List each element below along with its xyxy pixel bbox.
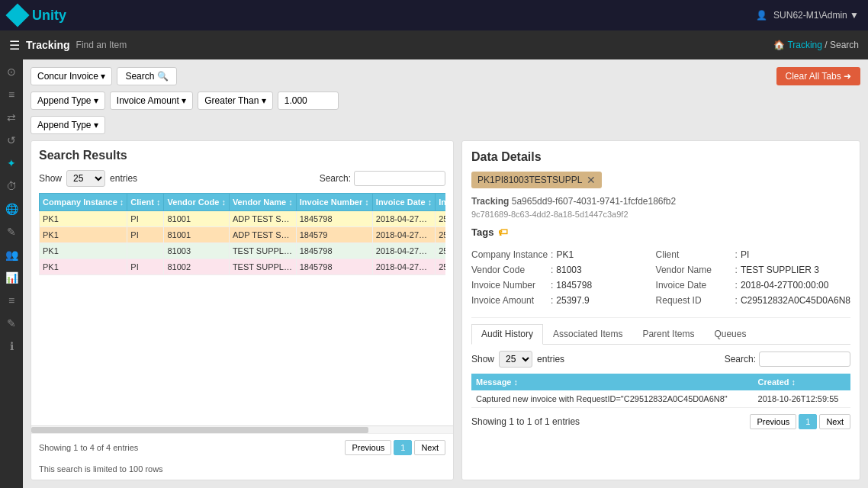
logo-text: Unity — [32, 8, 66, 24]
sidebar-users-icon[interactable]: 👥 — [5, 249, 18, 261]
sidebar-info-icon[interactable]: ℹ — [10, 340, 14, 352]
col-created[interactable]: Created ↕ — [754, 374, 850, 390]
tab-queues[interactable]: Queues — [704, 324, 756, 344]
show-label: Show — [39, 173, 62, 184]
sidebar-edit-icon[interactable]: ✎ — [7, 226, 16, 238]
user-menu[interactable]: 👤 SUN62-M1\Admin ▼ — [756, 10, 859, 21]
cell-invoice-date: 2018-04-27T00:00:00 — [372, 211, 435, 227]
logo-diamond — [5, 3, 29, 27]
cell-vendor-code: 81002 — [164, 259, 229, 275]
cell-invoice-number: 1845798 — [296, 211, 372, 227]
col-invoice-amt[interactable]: Invoice Amount ↕ — [436, 194, 445, 211]
cell-invoice-amount: 25397.9 — [436, 243, 445, 259]
next-button[interactable]: Next — [414, 440, 445, 455]
table-search-input[interactable] — [354, 171, 445, 186]
show-entries-row: Show 25 10 50 100 entries Search: — [39, 170, 445, 187]
breadcrumb: 🏠 Tracking / Search — [773, 40, 859, 50]
audit-next-button[interactable]: Next — [819, 414, 850, 429]
sidebar: ⊙ ≡ ⇄ ↺ ✦ ⏱ 🌐 ✎ 👥 📊 ≡ ✎ ℹ — [0, 59, 23, 488]
sidebar-globe-icon[interactable]: 🌐 — [5, 203, 18, 215]
clear-all-tabs-button[interactable]: Clear All Tabs ➜ — [776, 67, 860, 85]
details-grid: Company Instance : PK1 Vendor Code : 810… — [471, 247, 850, 308]
audit-show-row: Show 25 10 50 entries Search: — [471, 351, 850, 368]
filter-value-input[interactable] — [278, 92, 339, 110]
audit-message: Captured new invoice with RequestID="C29… — [471, 390, 754, 408]
right-panel: Data Details PK1PI81003TESTSUPPL ✕ Track… — [461, 140, 860, 480]
limit-note: This search is limited to 100 rows — [31, 461, 453, 480]
tab-associated-items[interactable]: Associated Items — [543, 324, 632, 344]
append-type-dropdown-1[interactable]: Append Type ▾ — [31, 92, 105, 110]
audit-prev-button[interactable]: Previous — [750, 414, 796, 429]
entries-label: entries — [110, 173, 137, 184]
tracking-subtitle: Find an Item — [76, 40, 127, 50]
data-details-title: Data Details — [471, 150, 850, 164]
main-content: Concur Invoice ▾ Search 🔍 Clear All Tabs… — [23, 59, 868, 488]
user-icon: 👤 — [756, 10, 767, 21]
entries-select[interactable]: 25 10 50 100 — [66, 170, 105, 187]
tracking-label: Tracking — [471, 196, 509, 207]
toolbar: Concur Invoice ▾ Search 🔍 Clear All Tabs… — [31, 67, 860, 85]
audit-entries-select[interactable]: 25 10 50 — [499, 351, 532, 368]
col-message[interactable]: Message ↕ — [471, 374, 754, 390]
append-type-dropdown-2[interactable]: Append Type ▾ — [31, 116, 105, 134]
filter-row-2: Append Type ▾ — [31, 116, 860, 134]
breadcrumb-tracking[interactable]: Tracking — [787, 40, 822, 50]
tracking-uuid2: 9c781689-8c63-4dd2-8a18-5d1447c3a9f2 — [471, 210, 850, 219]
cell-invoice-number: 1845798 — [296, 243, 372, 259]
concur-invoice-dropdown[interactable]: Concur Invoice ▾ — [31, 67, 112, 85]
audit-search-input[interactable] — [759, 352, 850, 367]
search-button[interactable]: Search 🔍 — [117, 67, 176, 85]
sidebar-pen-icon[interactable]: ✎ — [7, 317, 16, 329]
audit-page-1-button[interactable]: 1 — [799, 414, 817, 429]
audit-search-label: Search: — [725, 354, 756, 364]
tab-parent-items[interactable]: Parent Items — [632, 324, 704, 344]
sidebar-transfer-icon[interactable]: ⇄ — [7, 111, 16, 124]
sidebar-home-icon[interactable]: ⊙ — [7, 66, 16, 78]
sidebar-chart-icon[interactable]: 📊 — [5, 271, 18, 284]
panels: Search Results Show 25 10 50 100 entries — [31, 140, 860, 480]
col-company[interactable]: Company Instance ↕ — [40, 194, 127, 211]
table-row[interactable]: PK1 81003 TEST SUPPLIER 3 1845798 2018-0… — [40, 243, 446, 259]
greater-than-dropdown[interactable]: Greater Than ▾ — [198, 92, 272, 110]
search-label: Search: — [320, 173, 351, 184]
col-invoice-date[interactable]: Invoice Date ↕ — [372, 194, 435, 211]
table-row[interactable]: PK1 PI 81002 TEST SUPPLIER 2 1845798 201… — [40, 259, 446, 275]
audit-showing-text: Showing 1 to 1 of 1 entries — [471, 416, 580, 427]
tracking-uuid1: 5a965dd9-f607-4031-9741-1fcfde186fb2 — [512, 196, 677, 207]
sidebar-settings-icon[interactable]: ≡ — [8, 294, 14, 307]
tag-icon: 🏷 — [498, 226, 508, 238]
col-vendor-code[interactable]: Vendor Code ↕ — [164, 194, 229, 211]
tabs-row: Audit History Associated Items Parent It… — [471, 324, 850, 345]
cell-vendor-code: 81001 — [164, 227, 229, 243]
invoice-amount-dropdown[interactable]: Invoice Amount ▾ — [110, 92, 193, 110]
col-invoice-num[interactable]: Invoice Number ↕ — [296, 194, 372, 211]
cell-invoice-number: 184579 — [296, 227, 372, 243]
sidebar-clock-icon[interactable]: ⏱ — [6, 180, 17, 192]
table-row[interactable]: PK1 PI 81001 ADP TEST SUPPLIER 1 1845798… — [40, 211, 446, 227]
hamburger-icon[interactable]: ☰ — [9, 38, 20, 53]
cell-company: PK1 — [40, 243, 127, 259]
col-vendor-name[interactable]: Vendor Name ↕ — [229, 194, 296, 211]
prev-button[interactable]: Previous — [345, 440, 391, 455]
tag-chip: PK1PI81003TESTSUPPL ✕ — [471, 172, 602, 188]
sidebar-people-icon[interactable]: ✦ — [7, 157, 16, 169]
cell-client: PI — [127, 211, 164, 227]
cell-client: PI — [127, 227, 164, 243]
sidebar-refresh-icon[interactable]: ↺ — [7, 134, 16, 146]
filter-row-1: Append Type ▾ Invoice Amount ▾ Greater T… — [31, 92, 860, 110]
sidebar-list-icon[interactable]: ≡ — [8, 88, 14, 101]
cell-company: PK1 — [40, 227, 127, 243]
tab-audit-history[interactable]: Audit History — [471, 324, 543, 345]
top-bar: Unity 👤 SUN62-M1\Admin ▼ — [0, 0, 868, 30]
page-1-button[interactable]: 1 — [394, 440, 412, 455]
cell-invoice-date: 2018-04-27T00:00:00 — [372, 259, 435, 275]
tracking-id-row: Tracking 5a965dd9-f607-4031-9741-1fcfde1… — [471, 196, 850, 207]
cell-invoice-date: 2018-04-27T00:00:00 — [372, 227, 435, 243]
tag-close-button[interactable]: ✕ — [587, 174, 596, 186]
table-row[interactable]: PK1 PI 81001 ADP TEST SUPPLIER 1 184579 … — [40, 227, 446, 243]
table-row: Captured new invoice with RequestID="C29… — [471, 390, 850, 408]
tracking-title: Tracking — [26, 39, 70, 51]
cell-vendor-code: 81001 — [164, 211, 229, 227]
col-client[interactable]: Client ↕ — [127, 194, 164, 211]
horizontal-scrollbar[interactable] — [31, 425, 453, 433]
